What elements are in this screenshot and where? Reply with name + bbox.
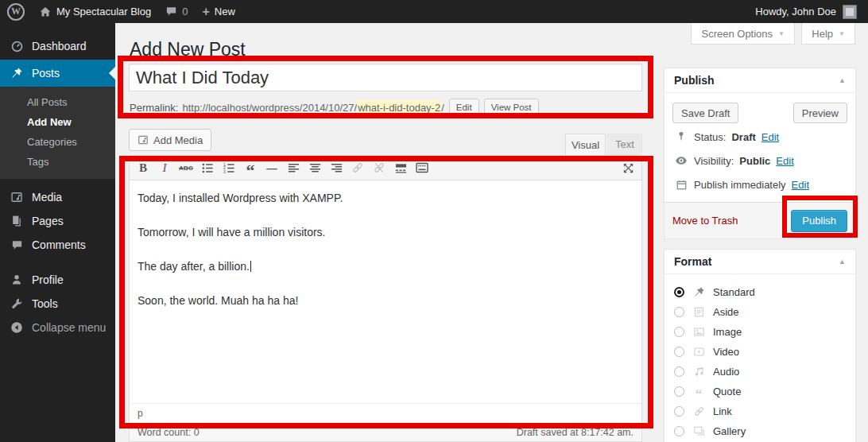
collapse-toggle-icon[interactable]: ▲: [839, 76, 846, 84]
sidebar-label-pages: Pages: [32, 215, 64, 227]
minor-publishing-actions: Save Draft Preview: [665, 93, 855, 125]
format-label: Image: [713, 326, 742, 338]
blockquote-button[interactable]: “: [240, 158, 261, 177]
comments-count: 0: [182, 6, 188, 17]
edit-status-link[interactable]: Edit: [761, 131, 779, 143]
format-box: Format ▲ Standard Aside: [664, 249, 856, 442]
expand-arrows-icon: [622, 162, 634, 174]
status-label: Status:: [694, 131, 726, 143]
sidebar-item-pages[interactable]: Pages: [0, 209, 115, 233]
editor-status-bar: Word count: 0 Draft saved at 8:17:42 am.: [129, 424, 642, 442]
radio-unselected[interactable]: [674, 426, 684, 436]
sidebar-item-media[interactable]: Media: [0, 185, 115, 209]
autosave-status: Draft saved at 8:17:42 am.: [517, 427, 634, 438]
radio-unselected[interactable]: [674, 386, 684, 397]
permalink-slug[interactable]: what-i-did-today-2: [357, 100, 441, 115]
horizontal-rule-button[interactable]: —: [262, 158, 282, 177]
align-center-button[interactable]: [304, 158, 325, 177]
wordpress-add-new-post-screen: W My Spectacular Blog 0 + New Howdy, Joh…: [0, 0, 868, 442]
edit-schedule-link[interactable]: Edit: [792, 179, 809, 191]
new-content-menu[interactable]: + New: [195, 0, 242, 23]
publish-box: Publish ▲ Save Draft Preview Status: Dra…: [664, 68, 856, 238]
aside-note-icon: [692, 306, 706, 318]
svg-text:3: 3: [223, 169, 226, 173]
radio-selected[interactable]: [674, 287, 684, 297]
publish-button[interactable]: Publish: [791, 210, 847, 232]
publish-box-header[interactable]: Publish ▲: [665, 68, 855, 93]
word-count-label: Word count:: [138, 427, 191, 438]
pushpin-icon: [692, 286, 706, 298]
insert-link-button[interactable]: [347, 158, 368, 177]
format-option-gallery[interactable]: Gallery: [674, 421, 846, 441]
status-row: Status: Draft Edit: [665, 125, 855, 149]
format-option-aside[interactable]: Aside: [674, 302, 846, 322]
move-to-trash-link[interactable]: Move to Trash: [672, 215, 738, 227]
numbered-list-button[interactable]: 123: [219, 158, 239, 177]
new-label: New: [215, 6, 235, 17]
site-menu[interactable]: My Spectacular Blog: [32, 0, 158, 23]
sidebar-item-tools[interactable]: Tools: [0, 292, 115, 316]
page-title: Add New Post: [130, 39, 246, 60]
italic-icon: I: [163, 161, 167, 175]
element-path[interactable]: p: [138, 408, 143, 419]
remove-link-button[interactable]: [369, 158, 389, 177]
major-publishing-actions: Move to Trash Publish: [665, 202, 855, 238]
help-tab[interactable]: Help ▼: [801, 23, 855, 45]
collapse-toggle-icon[interactable]: ▲: [839, 258, 846, 266]
sidebar-item-comments[interactable]: Comments: [0, 233, 115, 257]
align-center-icon: [309, 162, 321, 174]
save-draft-button[interactable]: Save Draft: [672, 103, 738, 123]
strikethrough-button[interactable]: ABC: [176, 158, 196, 177]
video-icon: [692, 346, 706, 358]
add-media-label: Add Media: [153, 134, 203, 146]
bold-button[interactable]: B: [133, 158, 153, 177]
format-option-video[interactable]: Video: [674, 342, 846, 362]
radio-unselected[interactable]: [674, 327, 684, 337]
format-box-title: Format: [674, 255, 711, 268]
format-option-audio[interactable]: Audio: [674, 362, 846, 382]
toolbar-toggle-button[interactable]: [412, 158, 432, 177]
preview-button[interactable]: Preview: [793, 103, 847, 123]
post-title-input[interactable]: [129, 64, 642, 91]
submenu-tags[interactable]: Tags: [0, 152, 115, 172]
edit-permalink-button[interactable]: Edit: [449, 99, 479, 116]
format-option-quote[interactable]: “ Quote: [674, 382, 846, 401]
sidebar-item-collapse-menu[interactable]: Collapse menu: [0, 316, 115, 339]
comments-menu[interactable]: 0: [158, 0, 195, 23]
submenu-add-new[interactable]: Add New: [0, 112, 115, 132]
editor-content[interactable]: Today, I installed Wordpress with XAMPP.…: [130, 180, 641, 403]
tab-visual[interactable]: Visual: [565, 134, 606, 155]
align-left-button[interactable]: [283, 158, 304, 177]
view-post-button[interactable]: View Post: [484, 99, 539, 116]
link-chain-icon: [692, 405, 706, 417]
sidebar-item-dashboard[interactable]: Dashboard: [0, 33, 115, 60]
format-option-link[interactable]: Link: [674, 401, 846, 421]
screen-options-tab[interactable]: Screen Options ▼: [691, 23, 795, 45]
radio-unselected[interactable]: [674, 307, 684, 317]
sidebar-item-posts[interactable]: Posts: [0, 60, 115, 87]
submenu-categories[interactable]: Categories: [0, 132, 115, 152]
format-option-image[interactable]: Image: [674, 322, 846, 342]
format-box-header[interactable]: Format ▲: [665, 250, 855, 274]
radio-unselected[interactable]: [674, 366, 684, 377]
bullet-list-button[interactable]: [197, 158, 218, 177]
editor-toolbar: B I ABC 123 “ —: [130, 156, 641, 180]
sidebar-item-profile[interactable]: Profile: [0, 268, 115, 292]
italic-button[interactable]: I: [154, 158, 175, 177]
radio-unselected[interactable]: [674, 347, 684, 357]
distraction-free-button[interactable]: [618, 158, 638, 177]
edit-visibility-link[interactable]: Edit: [776, 155, 793, 167]
tab-text[interactable]: Text: [607, 134, 642, 155]
submenu-all-posts[interactable]: All Posts: [0, 92, 115, 112]
align-right-button[interactable]: [326, 158, 347, 177]
howdy-user-menu[interactable]: Howdy, John Doe: [755, 6, 836, 17]
dashboard-gauge-icon: [8, 40, 25, 53]
user-avatar[interactable]: [843, 5, 857, 19]
collapse-arrow-icon: [8, 321, 25, 334]
format-label: Quote: [713, 386, 741, 397]
add-media-button[interactable]: Add Media: [129, 129, 211, 151]
more-tag-button[interactable]: [390, 158, 411, 177]
wordpress-logo-menu[interactable]: W: [0, 0, 32, 23]
radio-unselected[interactable]: [674, 406, 684, 417]
format-option-standard[interactable]: Standard: [674, 282, 846, 302]
